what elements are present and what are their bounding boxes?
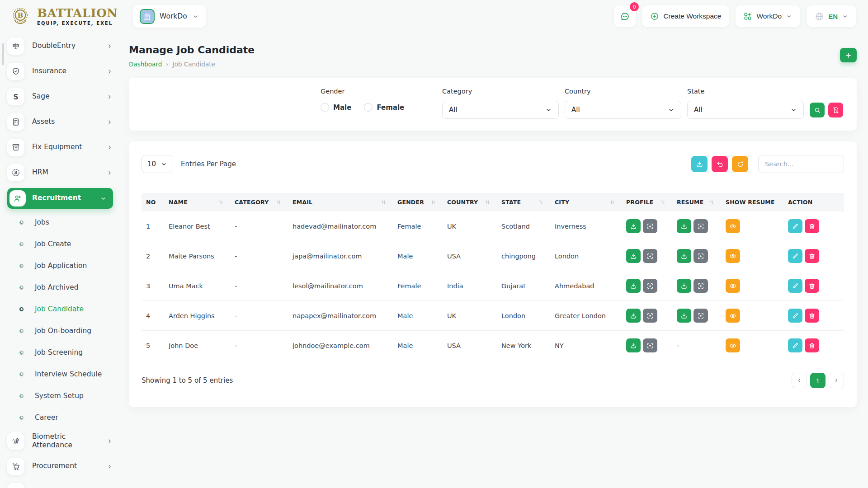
show-resume-button[interactable] [726, 219, 740, 233]
column-header[interactable]: NO [142, 193, 164, 211]
delete-candidate-button[interactable] [805, 309, 819, 323]
column-header[interactable]: ACTION [783, 193, 844, 211]
sidebar-item-partial[interactable] [7, 479, 113, 488]
sidebar-item[interactable]: HRM [7, 160, 113, 185]
resume-preview-button[interactable] [693, 309, 708, 323]
state-select[interactable]: All [687, 101, 804, 119]
show-resume-button[interactable] [726, 338, 740, 352]
export-button[interactable] [691, 156, 708, 172]
next-page-button[interactable] [829, 373, 844, 388]
messages-button[interactable]: 0 [614, 5, 636, 27]
edit-candidate-button[interactable] [788, 249, 802, 263]
edit-candidate-button[interactable] [788, 338, 802, 352]
column-header[interactable]: STATE [497, 193, 550, 211]
resume-preview-button[interactable] [693, 279, 708, 293]
language-selector[interactable]: EN [807, 5, 856, 27]
edit-candidate-button[interactable] [788, 309, 802, 323]
prev-page-button[interactable] [792, 373, 807, 388]
resume-download-button[interactable] [677, 219, 691, 233]
page-1-button[interactable]: 1 [810, 373, 826, 388]
column-header[interactable]: GENDER [393, 193, 443, 211]
sidebar-subitem[interactable]: Job Screening [7, 342, 113, 363]
sort-icon[interactable] [276, 199, 282, 205]
radio-icon[interactable] [364, 103, 373, 112]
sidebar-item[interactable]: Insurance [7, 59, 113, 84]
sidebar-item[interactable]: Biometric Attendance [7, 428, 113, 454]
show-resume-button[interactable] [726, 279, 740, 293]
column-header[interactable]: COUNTRY [443, 193, 497, 211]
create-workspace-button[interactable]: Create Workspace [642, 5, 729, 27]
sidebar-item[interactable]: Procurement [7, 454, 113, 479]
sort-icon[interactable] [485, 199, 491, 205]
sidebar-subitem[interactable]: Job Candidate [7, 298, 113, 320]
profile-download-button[interactable] [626, 309, 641, 323]
show-resume-button[interactable] [726, 309, 740, 323]
resume-preview-button[interactable] [693, 219, 708, 233]
breadcrumb-dashboard-link[interactable]: Dashboard [129, 61, 162, 68]
sidebar-subitem[interactable]: Job Application [7, 255, 113, 277]
sidebar-item[interactable]: DoubleEntry [7, 33, 113, 59]
sidebar-subitem[interactable]: Job Archived [7, 277, 113, 298]
sidebar-item-recruitment[interactable]: Recruitment [7, 188, 113, 209]
sort-icon[interactable] [381, 199, 387, 205]
profile-preview-button[interactable] [643, 279, 657, 293]
gender-radio-male[interactable]: Male [321, 103, 351, 112]
sort-icon[interactable] [430, 199, 436, 205]
sort-icon[interactable] [538, 199, 544, 205]
profile-preview-button[interactable] [643, 338, 657, 352]
category-select[interactable]: All [442, 101, 559, 119]
sidebar-scrollbar[interactable] [2, 43, 4, 65]
column-header[interactable]: EMAIL [288, 193, 393, 211]
profile-preview-button[interactable] [643, 219, 657, 233]
resume-download-button[interactable] [677, 309, 691, 323]
workspace-menu-button[interactable]: WorkDo [736, 5, 800, 27]
apply-filter-button[interactable] [810, 103, 825, 117]
sidebar-item[interactable]: S Sage [7, 84, 113, 109]
column-header[interactable]: SHOW RESUME [721, 193, 783, 211]
resume-download-button[interactable] [677, 249, 691, 263]
resume-preview-button[interactable] [693, 249, 708, 263]
reload-button[interactable] [732, 156, 748, 172]
sidebar-subitem[interactable]: Jobs [7, 211, 113, 233]
reset-filter-button[interactable] [828, 103, 843, 117]
country-select[interactable]: All [565, 101, 681, 119]
radio-icon[interactable] [321, 103, 329, 112]
sort-icon[interactable] [709, 199, 715, 205]
profile-download-button[interactable] [626, 279, 641, 293]
sidebar-subitem[interactable]: System Setup [7, 385, 113, 407]
column-header[interactable]: NAME [164, 193, 230, 211]
sidebar-item[interactable]: Assets [7, 109, 113, 135]
column-header[interactable]: RESUME [672, 193, 721, 211]
sidebar-subitem[interactable]: Career [7, 407, 113, 428]
column-header[interactable]: PROFILE [622, 193, 672, 211]
edit-candidate-button[interactable] [788, 279, 802, 293]
edit-candidate-button[interactable] [788, 219, 802, 233]
column-header[interactable]: CITY [550, 193, 622, 211]
delete-candidate-button[interactable] [805, 279, 819, 293]
profile-download-button[interactable] [626, 219, 641, 233]
sidebar-subitem[interactable]: Job Create [7, 233, 113, 255]
sort-icon[interactable] [609, 199, 615, 205]
resume-download-button[interactable] [677, 279, 691, 293]
delete-candidate-button[interactable] [805, 249, 819, 263]
profile-download-button[interactable] [626, 338, 641, 352]
main-content: Manage Job Candidate Dashboard › Job Can… [118, 33, 868, 488]
sidebar-item[interactable]: Fix Equipment [7, 135, 113, 160]
entries-per-page-select[interactable]: 10 [142, 155, 173, 173]
profile-download-button[interactable] [626, 249, 641, 263]
profile-preview-button[interactable] [643, 309, 657, 323]
show-resume-button[interactable] [726, 249, 740, 263]
reset-button[interactable] [712, 156, 728, 172]
table-search-input[interactable] [758, 155, 844, 173]
workspace-selector[interactable]: WorkDo [133, 5, 206, 28]
gender-radio-female[interactable]: Female [364, 103, 404, 112]
column-header[interactable]: CATEGORY [230, 193, 288, 211]
sidebar-subitem[interactable]: Job On-boarding [7, 320, 113, 342]
sort-icon[interactable] [218, 199, 224, 205]
delete-candidate-button[interactable] [805, 219, 819, 233]
sort-icon[interactable] [660, 199, 666, 205]
profile-preview-button[interactable] [643, 249, 657, 263]
add-candidate-button[interactable] [840, 48, 857, 62]
delete-candidate-button[interactable] [805, 338, 819, 352]
sidebar-subitem[interactable]: Interview Schedule [7, 363, 113, 385]
